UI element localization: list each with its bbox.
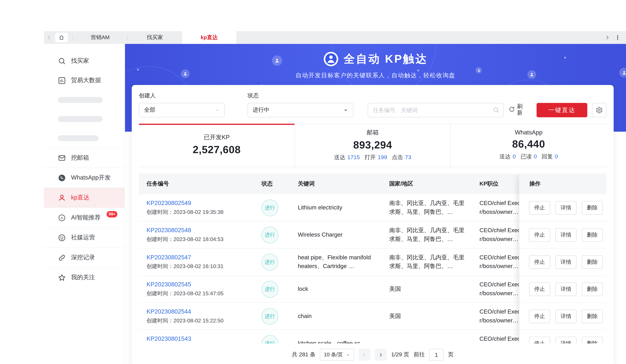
star-icon [58, 274, 66, 282]
creator-select[interactable]: 全部 [139, 103, 225, 117]
task-id-link[interactable]: KP20230802545 [147, 281, 255, 288]
stop-button[interactable]: 停止 [529, 228, 550, 242]
delete-button[interactable]: 删除 [582, 309, 603, 323]
tab-bar: 营销AM 找买家 kp直达 [44, 31, 626, 44]
metric-value: 0 [512, 153, 516, 159]
delete-button[interactable]: 删除 [582, 282, 603, 296]
next-page-button[interactable] [375, 349, 387, 361]
status-select-value: 进行中 [253, 107, 270, 114]
sidebar: 找买家 贸易大数据 挖邮箱 [44, 44, 125, 364]
home-button[interactable] [55, 33, 68, 42]
count-badge: 99+ [107, 211, 117, 217]
prev-page-button[interactable] [358, 349, 370, 361]
forward-chevron-icon[interactable] [604, 35, 610, 40]
actions-row: 停止 详情 删除 [519, 249, 606, 276]
delete-button[interactable]: 删除 [582, 337, 603, 344]
metric-value: 199 [378, 154, 387, 160]
tabbar-right-controls [604, 34, 626, 41]
details-button[interactable]: 详情 [555, 309, 577, 323]
delete-button[interactable]: 删除 [582, 255, 603, 269]
search-icon[interactable] [493, 107, 499, 115]
actions-row: 停止 详情 删除 [519, 194, 606, 221]
task-countries: 南非、冈比亚、几内亚、毛里求斯、马里、阿鲁巴、… [389, 199, 466, 216]
page-suffix: 页 [448, 351, 454, 358]
created-label: 创建时间： [147, 318, 173, 324]
delete-button[interactable]: 删除 [582, 201, 603, 214]
task-keywords: chain [298, 312, 375, 320]
stop-button[interactable]: 停止 [529, 309, 550, 323]
sidebar-item-label: kp直达 [71, 194, 89, 201]
sidebar-item-label: 社媒运营 [71, 234, 95, 241]
task-id-link[interactable]: KP20230802549 [147, 199, 255, 206]
tab-marketing-am[interactable]: 营销AM [73, 31, 127, 44]
settings-button[interactable] [592, 103, 606, 117]
task-id-link[interactable]: KP20230802544 [147, 308, 255, 315]
stats-tabs: 已开发KP 2,527,608 邮箱 893,294 送达1715打开199点击… [139, 124, 606, 167]
sidebar-item-find-buyers[interactable]: 找买家 [44, 51, 125, 71]
bar-chart-icon [58, 76, 66, 84]
stat-metrics: 送达0已读0回复0 [451, 153, 606, 160]
stat-tab-whatsapp[interactable]: WhatsApp 86,440 送达0已读0回复0 [451, 124, 606, 167]
task-keywords: Lithium electricity [298, 203, 375, 212]
col-header-countries: 国家/地区 [383, 180, 473, 187]
task-id-link[interactable]: KP20230802548 [147, 227, 255, 233]
task-countries: 美国 [389, 285, 466, 293]
sidebar-item-trade-big-data[interactable]: 贸易大数据 [44, 71, 125, 90]
tab-kp-direct[interactable]: kp直达 [182, 31, 236, 44]
sidebar-item-mail-mining[interactable]: 挖邮箱 [44, 147, 125, 167]
skeleton-bar [58, 135, 99, 141]
stat-tab-email[interactable]: 邮箱 893,294 送达1715打开199点击73 [295, 124, 451, 167]
stop-button[interactable]: 停止 [529, 201, 550, 214]
task-id-link[interactable]: KP20230802547 [147, 254, 255, 260]
tab-find-buyers[interactable]: 找买家 [128, 31, 182, 44]
stat-value: 2,527,608 [139, 144, 295, 156]
details-button[interactable]: 详情 [555, 201, 577, 214]
page-size-select[interactable]: 10 条/页 [320, 349, 354, 361]
stat-value: 86,440 [451, 138, 606, 150]
details-button[interactable]: 详情 [555, 228, 577, 242]
sidebar-item-deep-dig-records[interactable]: 深挖记录 [44, 247, 125, 267]
details-button[interactable]: 详情 [555, 337, 577, 344]
sidebar-item-whatsapp-dev[interactable]: WhatsApp开发 [44, 168, 125, 187]
col-header-keywords: 关键词 [291, 180, 383, 187]
status-badge: 进行 [262, 281, 278, 297]
creator-filter-group: 创建人 全部 [139, 92, 225, 117]
stat-label: 邮箱 [295, 129, 451, 136]
sidebar-item-ai-recommend[interactable]: AI AI智能推荐 99+ [44, 208, 125, 227]
task-created: 创建时间：2023-08-02 16:10:31 [147, 263, 255, 270]
details-button[interactable]: 详情 [555, 282, 577, 296]
delete-button[interactable]: 删除 [582, 228, 603, 242]
task-keywords: heat pipe、Flexible manifold heaters、Cart… [298, 254, 375, 270]
chevron-down-icon [215, 108, 220, 112]
stop-button[interactable]: 停止 [529, 282, 550, 296]
created-value: 2023-08-02 19:35:38 [173, 209, 224, 215]
details-button[interactable]: 详情 [555, 255, 577, 269]
sidebar-item-label: 找买家 [71, 57, 89, 65]
magnifier-icon [58, 57, 66, 65]
app-frame: 营销AM 找买家 kp直达 找买家 [44, 31, 626, 364]
kebab-menu-icon[interactable] [615, 34, 620, 41]
skeleton-row [44, 128, 125, 147]
whatsapp-icon [58, 174, 66, 182]
task-keywords: Wireless Charger [298, 231, 375, 239]
task-created: 创建时间：2023-08-02 15:22:50 [147, 317, 255, 324]
stat-tab-developed-kp[interactable]: 已开发KP 2,527,608 [139, 124, 295, 167]
person-icon [58, 194, 66, 202]
total-count: 共 281 条 [292, 351, 315, 358]
status-select[interactable]: 进行中 [248, 103, 353, 117]
search-input[interactable] [368, 103, 503, 117]
back-chevron-icon[interactable] [44, 31, 54, 44]
one-click-reach-button[interactable]: 一键直达 [537, 103, 587, 117]
metric-label: 打开 [364, 154, 376, 160]
stop-button[interactable]: 停止 [529, 337, 550, 344]
sidebar-item-social-media[interactable]: 社媒运营 [44, 227, 125, 247]
goto-page-input[interactable] [429, 349, 443, 361]
sidebar-item-kp-direct[interactable]: kp直达 [44, 187, 125, 207]
chevron-down-icon [343, 108, 348, 112]
task-id-link[interactable]: KP20230801543 [147, 335, 255, 342]
gear-icon [596, 107, 603, 114]
metric-label: 已读 [520, 153, 532, 159]
refresh-control[interactable]: 刷新 [509, 101, 523, 117]
stop-button[interactable]: 停止 [529, 255, 550, 269]
sidebar-item-my-follows[interactable]: 我的关注 [44, 267, 125, 287]
